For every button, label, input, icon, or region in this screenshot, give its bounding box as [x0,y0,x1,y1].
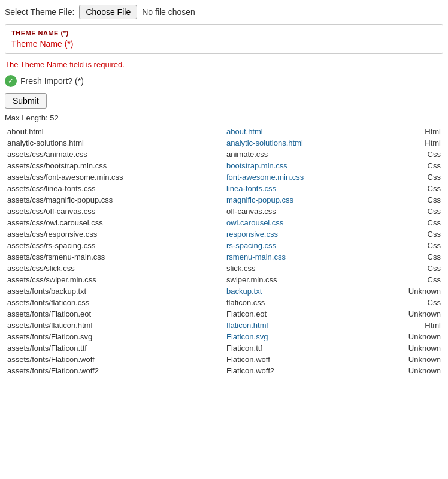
file-type: Css [377,171,443,183]
file-path: about.html [5,126,224,137]
table-row: assets/css/bootstrap.min.cssbootstrap.mi… [5,160,443,171]
file-type: Css [377,194,443,206]
select-file-row: Select Theme File: Choose File No file c… [5,5,443,19]
table-row: assets/css/rs-spacing.cssrs-spacing.cssC… [5,240,443,251]
table-row: assets/css/linea-fonts.csslinea-fonts.cs… [5,183,443,194]
file-name[interactable]: slick.css [224,263,377,274]
theme-name-label: THEME NAME (*) [11,29,437,37]
file-type: Css [377,149,443,160]
file-path: assets/css/magnific-popup.css [5,194,224,206]
file-name[interactable]: Flaticon.woff2 [224,365,377,376]
table-row: assets/fonts/Flaticon.svgFlaticon.svgUnk… [5,331,443,342]
file-path: assets/fonts/Flaticon.woff [5,354,224,365]
table-row: analytic-solutions.htmlanalytic-solution… [5,137,443,149]
file-type: Css [377,274,443,285]
file-path: assets/css/animate.css [5,149,224,160]
file-type: Css [377,240,443,251]
file-path: assets/css/slick.css [5,263,224,274]
file-type: Css [377,228,443,240]
file-name[interactable]: rs-spacing.css [224,240,377,251]
table-row: about.htmlabout.htmlHtml [5,126,443,137]
table-row: assets/css/magnific-popup.cssmagnific-po… [5,194,443,206]
file-name[interactable]: responsive.css [224,228,377,240]
file-path: assets/fonts/Flaticon.svg [5,331,224,342]
file-name[interactable]: analytic-solutions.html [224,137,377,149]
file-name[interactable]: about.html [224,126,377,137]
table-row: assets/css/off-canvas.cssoff-canvas.cssC… [5,206,443,217]
file-path: assets/fonts/backup.txt [5,285,224,297]
no-file-chosen: No file chosen [142,7,195,17]
file-path: assets/fonts/flaticon.css [5,297,224,308]
file-path: assets/css/rs-spacing.css [5,240,224,251]
checkmark-icon[interactable]: ✓ [5,75,17,87]
table-row: assets/css/animate.cssanimate.cssCss [5,149,443,160]
submit-button[interactable]: Submit [5,93,47,109]
file-name[interactable]: animate.css [224,149,377,160]
file-type: Css [377,206,443,217]
file-name[interactable]: Flaticon.woff [224,354,377,365]
table-row: assets/fonts/Flaticon.ttfFlaticon.ttfUnk… [5,342,443,354]
file-type: Unknown [377,308,443,320]
table-row: assets/fonts/Flaticon.eotFlaticon.eotUnk… [5,308,443,320]
table-row: assets/fonts/flaticon.htmlflaticon.htmlH… [5,320,443,331]
file-path: assets/css/bootstrap.min.css [5,160,224,171]
file-type: Css [377,263,443,274]
error-message: The Theme Name field is required. [5,60,443,69]
table-row: assets/css/slick.cssslick.cssCss [5,263,443,274]
file-path: analytic-solutions.html [5,137,224,149]
table-row: assets/css/responsive.cssresponsive.cssC… [5,228,443,240]
choose-file-button[interactable]: Choose File [79,5,137,19]
file-path: assets/fonts/Flaticon.woff2 [5,365,224,376]
file-path: assets/css/swiper.min.css [5,274,224,285]
file-name[interactable]: magnific-popup.css [224,194,377,206]
file-path: assets/css/font-awesome.min.css [5,171,224,183]
table-row: assets/css/swiper.min.cssswiper.min.cssC… [5,274,443,285]
file-type: Unknown [377,342,443,354]
file-name[interactable]: flaticon.html [224,320,377,331]
table-row: assets/css/owl.carousel.cssowl.carousel.… [5,217,443,228]
file-type: Html [377,320,443,331]
file-type: Css [377,183,443,194]
file-name[interactable]: bootstrap.min.css [224,160,377,171]
file-type: Unknown [377,365,443,376]
table-row: assets/css/font-awesome.min.cssfont-awes… [5,171,443,183]
file-name[interactable]: owl.carousel.css [224,217,377,228]
file-table: about.htmlabout.htmlHtmlanalytic-solutio… [5,126,443,376]
table-row: assets/fonts/Flaticon.woff2Flaticon.woff… [5,365,443,376]
file-type: Html [377,126,443,137]
max-length: Max Length: 52 [5,113,443,122]
theme-name-box: THEME NAME (*) Theme Name (*) [5,24,443,54]
file-path: assets/fonts/Flaticon.ttf [5,342,224,354]
file-name[interactable]: swiper.min.css [224,274,377,285]
file-type: Unknown [377,331,443,342]
file-path: assets/css/linea-fonts.css [5,183,224,194]
theme-name-value: Theme Name (*) [11,39,437,49]
table-row: assets/fonts/backup.txtbackup.txtUnknown [5,285,443,297]
file-type: Html [377,137,443,149]
fresh-import-row: ✓ Fresh Import? (*) [5,75,443,87]
file-path: assets/css/responsive.css [5,228,224,240]
file-name[interactable]: font-awesome.min.css [224,171,377,183]
file-type: Css [377,217,443,228]
file-name[interactable]: Flaticon.ttf [224,342,377,354]
file-name[interactable]: rsmenu-main.css [224,251,377,263]
file-path: assets/css/owl.carousel.css [5,217,224,228]
fresh-import-label: Fresh Import? (*) [20,76,84,86]
file-path: assets/css/off-canvas.css [5,206,224,217]
file-type: Css [377,160,443,171]
file-name[interactable]: off-canvas.css [224,206,377,217]
file-path: assets/fonts/flaticon.html [5,320,224,331]
file-name[interactable]: Flaticon.svg [224,331,377,342]
table-row: assets/fonts/flaticon.cssflaticon.cssCss [5,297,443,308]
file-type: Unknown [377,354,443,365]
file-name[interactable]: Flaticon.eot [224,308,377,320]
file-name[interactable]: backup.txt [224,285,377,297]
file-type: Css [377,251,443,263]
table-row: assets/fonts/Flaticon.woffFlaticon.woffU… [5,354,443,365]
file-path: assets/fonts/Flaticon.eot [5,308,224,320]
table-row: assets/css/rsmenu-main.cssrsmenu-main.cs… [5,251,443,263]
select-file-label: Select Theme File: [5,7,74,17]
file-type: Unknown [377,285,443,297]
file-name[interactable]: linea-fonts.css [224,183,377,194]
file-name[interactable]: flaticon.css [224,297,377,308]
